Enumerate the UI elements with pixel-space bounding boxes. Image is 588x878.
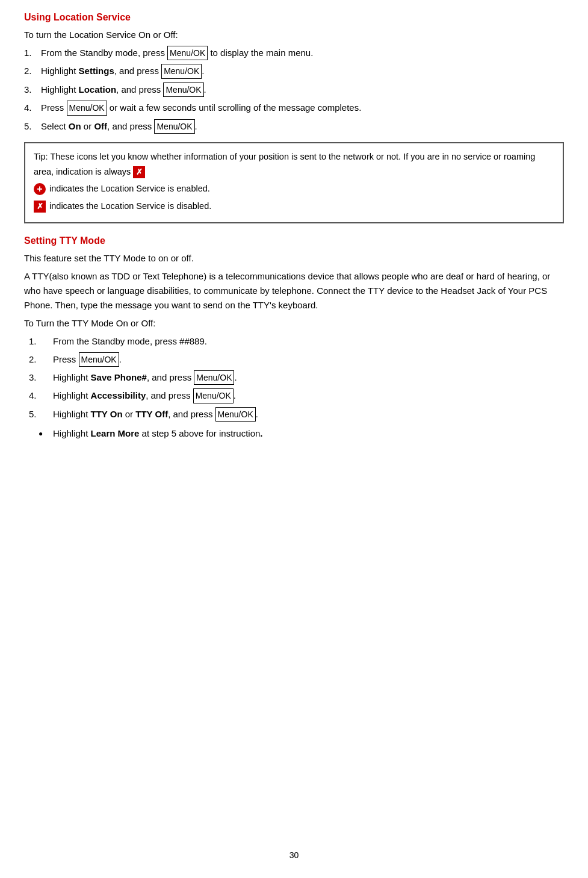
tip-line1: Tip: These icons let you know whether in… xyxy=(34,149,554,179)
kbd-menu-ok-2: Menu/OK xyxy=(161,64,202,78)
section1-title: Using Location Service xyxy=(24,12,564,23)
tip-line2: indicates the Location Service is enable… xyxy=(34,181,554,196)
section-using-location-service: Using Location Service To turn the Locat… xyxy=(24,12,564,223)
section2-para1: A TTY(also known as TDD or Text Telephon… xyxy=(24,269,564,313)
tip-line3: indicates the Location Service is disabl… xyxy=(34,199,554,214)
kbd-menu-ok-tty-4: Menu/OK xyxy=(215,407,256,422)
icon-disabled-inline xyxy=(133,166,145,178)
icon-enabled xyxy=(34,183,46,195)
section2-step3: 3. Highlight Save Phone#, and press Menu… xyxy=(24,370,564,385)
section1-step5: 5. Select On or Off, and press Menu/OK. xyxy=(24,119,564,134)
section1-step4: 4. Press Menu/OK or wait a few seconds u… xyxy=(24,101,564,115)
icon-disabled xyxy=(34,201,46,213)
kbd-menu-ok-5: Menu/OK xyxy=(154,119,194,134)
page-number: 30 xyxy=(289,850,299,860)
kbd-menu-ok-tty-1: Menu/OK xyxy=(79,352,119,367)
section2-step1: 1. From the Standby mode, press ##889. xyxy=(24,334,564,349)
kbd-menu-ok-tty-3: Menu/OK xyxy=(193,388,234,403)
section2-steps: 1. From the Standby mode, press ##889. 2… xyxy=(24,334,564,422)
kbd-menu-ok-tty-2: Menu/OK xyxy=(194,370,234,385)
section2-step2: 2. Press Menu/OK. xyxy=(24,352,564,367)
kbd-menu-ok-4: Menu/OK xyxy=(67,101,107,115)
tip-box: Tip: These icons let you know whether in… xyxy=(24,142,564,223)
section1-intro: To turn the Location Service On or Off: xyxy=(24,28,564,42)
kbd-menu-ok-3: Menu/OK xyxy=(163,83,203,97)
section2-step5: 5. Highlight TTY On or TTY Off, and pres… xyxy=(24,407,564,422)
bullet-learn-more: Highlight Learn More at step 5 above for… xyxy=(24,426,564,441)
section2-step4: 4. Highlight Accessibility, and press Me… xyxy=(24,388,564,403)
section1-step3: 3. Highlight Location, and press Menu/OK… xyxy=(24,83,564,97)
section1-step1: 1. From the Standby mode, press Menu/OK … xyxy=(24,46,564,60)
kbd-menu-ok-1: Menu/OK xyxy=(167,46,208,60)
section1-steps: 1. From the Standby mode, press Menu/OK … xyxy=(24,46,564,134)
section-setting-tty-mode: Setting TTY Mode This feature set the TT… xyxy=(24,235,564,441)
section2-intro: This feature set the TTY Mode to on or o… xyxy=(24,251,564,266)
section2-turn-on-off: To Turn the TTY Mode On or Off: xyxy=(24,316,564,331)
section2-title: Setting TTY Mode xyxy=(24,235,564,246)
section1-step2: 2. Highlight Settings, and press Menu/OK… xyxy=(24,64,564,78)
